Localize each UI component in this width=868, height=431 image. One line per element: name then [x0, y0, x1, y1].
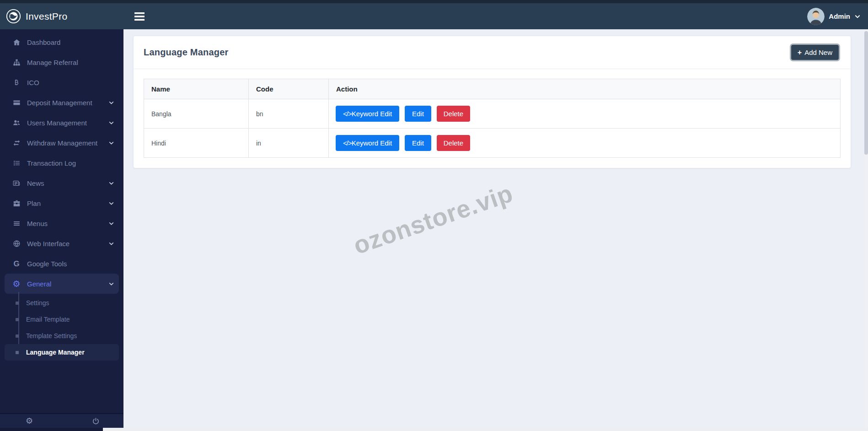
brand-name: InvestPro	[26, 11, 67, 22]
bullet-icon	[16, 334, 19, 338]
newspaper-icon	[12, 179, 21, 187]
watermark: ozonstore.vip	[350, 178, 516, 259]
column-header-code: Code	[249, 79, 329, 99]
sidebar-item-menus[interactable]: Menus	[0, 213, 123, 233]
sidebar-footer: ⚙	[0, 413, 123, 428]
gear-icon[interactable]: ⚙	[26, 417, 33, 425]
chevron-down-icon	[108, 200, 114, 206]
bullet-icon	[16, 302, 19, 305]
card-header: Language Manager + Add New	[134, 36, 851, 69]
chevron-down-icon	[108, 120, 114, 126]
power-icon[interactable]	[92, 417, 100, 425]
table-row: Bangla bn </>Keyword Edit Edit Delete	[144, 99, 841, 129]
home-icon	[12, 38, 21, 46]
globe-icon	[12, 240, 21, 248]
sidebar-nav: Dashboard Manage Referral ICO Deposit Ma…	[0, 29, 123, 361]
exchange-icon	[12, 139, 21, 147]
language-name-cell: Hindi	[144, 129, 249, 158]
language-code-cell: bn	[249, 99, 329, 129]
sidebar-item-withdraw-management[interactable]: Withdraw Management	[0, 133, 123, 153]
sidebar-item-news[interactable]: News	[0, 173, 123, 193]
sidebar-item-web-interface[interactable]: Web Interface	[0, 233, 123, 253]
sidebar-subitem-template-settings[interactable]: Template Settings	[0, 328, 123, 344]
delete-button[interactable]: Delete	[437, 135, 470, 151]
card-body: Name Code Action Bangla bn </>Keyword Ed…	[134, 69, 851, 168]
user-name: Admin	[829, 12, 850, 20]
action-cell: </>Keyword Edit Edit Delete	[329, 99, 841, 129]
vertical-scrollbar-thumb[interactable]	[864, 31, 868, 155]
brand-logo: InvestPro	[0, 9, 123, 24]
sidebar-subitem-settings[interactable]: Settings	[0, 295, 123, 311]
chevron-down-icon	[108, 100, 114, 106]
chevron-down-icon	[108, 180, 114, 186]
sidebar-item-plan[interactable]: Plan	[0, 193, 123, 213]
sidebar-item-manage-referral[interactable]: Manage Referral	[0, 52, 123, 72]
sitemap-icon	[12, 59, 21, 66]
sidebar-item-dashboard[interactable]: Dashboard	[0, 32, 123, 52]
sidebar-item-general[interactable]: ⚙ General	[5, 274, 119, 294]
chevron-down-icon	[108, 241, 114, 247]
language-code-cell: in	[249, 129, 329, 158]
table-header-row: Name Code Action	[144, 79, 841, 99]
table-row: Hindi in </>Keyword Edit Edit Delete	[144, 129, 841, 158]
briefcase-icon	[12, 199, 21, 207]
plus-icon: +	[798, 49, 802, 56]
language-manager-card: Language Manager + Add New Name Code Act…	[134, 36, 851, 168]
edit-button[interactable]: Edit	[405, 135, 431, 151]
edit-button[interactable]: Edit	[405, 106, 431, 122]
general-submenu: Settings Email Template Template Setting…	[0, 295, 123, 361]
bars-icon	[12, 220, 21, 227]
avatar	[807, 8, 825, 25]
sidebar-item-deposit-management[interactable]: Deposit Management	[0, 92, 123, 113]
code-icon: </>	[343, 139, 352, 147]
sidebar-item-transaction-log[interactable]: Transaction Log	[0, 153, 123, 173]
credit-card-icon	[12, 99, 21, 107]
column-header-action: Action	[329, 79, 841, 99]
delete-button[interactable]: Delete	[437, 106, 470, 122]
sidebar-toggle-button[interactable]	[134, 12, 145, 21]
google-icon: G	[12, 260, 21, 268]
add-new-button[interactable]: + Add New	[791, 45, 839, 60]
action-cell: </>Keyword Edit Edit Delete	[329, 129, 841, 158]
language-name-cell: Bangla	[144, 99, 249, 129]
code-icon: </>	[343, 110, 352, 118]
globe-logo-icon	[6, 9, 21, 24]
vertical-scrollbar[interactable]	[864, 29, 868, 428]
gear-icon: ⚙	[12, 280, 21, 288]
column-header-name: Name	[144, 79, 249, 99]
bullet-icon	[16, 318, 19, 321]
keyword-edit-button[interactable]: </>Keyword Edit	[336, 135, 399, 151]
bitcoin-icon	[12, 79, 21, 86]
sidebar-item-google-tools[interactable]: G Google Tools	[0, 253, 123, 274]
chevron-down-icon	[108, 221, 114, 226]
chevron-down-icon	[108, 140, 114, 146]
page-title: Language Manager	[144, 47, 228, 58]
sidebar: Dashboard Manage Referral ICO Deposit Ma…	[0, 29, 123, 431]
sidebar-subitem-language-manager[interactable]: Language Manager	[5, 344, 119, 361]
horizontal-scrollbar-thumb[interactable]	[0, 428, 103, 431]
keyword-edit-button[interactable]: </>Keyword Edit	[336, 106, 399, 122]
bullet-icon	[16, 351, 19, 354]
chevron-down-icon	[854, 13, 861, 20]
sidebar-item-users-management[interactable]: Users Management	[0, 113, 123, 133]
languages-table: Name Code Action Bangla bn </>Keyword Ed…	[144, 79, 841, 158]
chevron-down-icon	[108, 281, 114, 287]
top-header: InvestPro Admin	[0, 0, 868, 29]
horizontal-scrollbar[interactable]	[0, 428, 868, 431]
list-icon	[12, 159, 21, 167]
users-icon	[12, 119, 21, 127]
user-menu[interactable]: Admin	[807, 8, 861, 25]
sidebar-item-ico[interactable]: ICO	[0, 72, 123, 92]
sidebar-subitem-email-template[interactable]: Email Template	[0, 311, 123, 328]
hamburger-icon	[134, 12, 145, 21]
main-content: ozonstore.vip Language Manager + Add New…	[123, 29, 868, 431]
